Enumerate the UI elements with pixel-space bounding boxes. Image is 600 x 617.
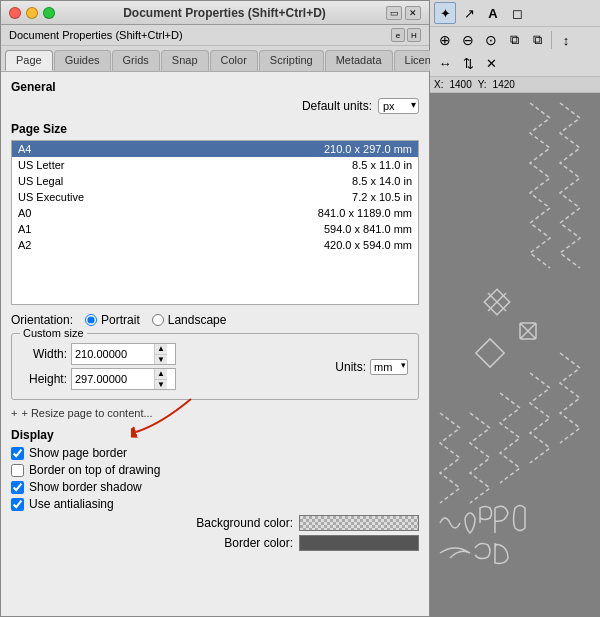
page-size-dim-a1: 594.0 x 841.0 mm [324, 223, 412, 235]
default-units-select[interactable]: px mm cm in [378, 98, 419, 114]
height-input[interactable] [72, 372, 154, 386]
background-color-label: Background color: [196, 516, 293, 530]
default-units-label: Default units: [302, 99, 372, 113]
transform-btn[interactable]: ⇅ [457, 52, 479, 74]
text-tool-btn[interactable]: A [482, 2, 504, 24]
border-on-top-row[interactable]: Border on top of drawing [11, 463, 419, 477]
minimize-button[interactable] [26, 7, 38, 19]
height-label: Height: [22, 372, 67, 386]
custom-size-group: Custom size Width: ▲ ▼ [11, 333, 419, 400]
window-controls[interactable] [9, 7, 55, 19]
landscape-radio[interactable] [152, 314, 164, 326]
show-page-border-checkbox[interactable] [11, 447, 24, 460]
show-page-border-label: Show page border [29, 446, 127, 460]
width-up-arrow[interactable]: ▲ [155, 344, 167, 355]
maximize-button[interactable] [43, 7, 55, 19]
width-spinner[interactable]: ▲ ▼ [71, 343, 176, 365]
paste-btn[interactable]: ⧉ [526, 29, 548, 51]
use-antialiasing-checkbox[interactable] [11, 498, 24, 511]
show-border-shadow-row[interactable]: Show border shadow [11, 480, 419, 494]
page-size-list[interactable]: A4 210.0 x 297.0 mm US Letter 8.5 x 11.0… [11, 140, 419, 305]
tab-scripting[interactable]: Scripting [259, 50, 324, 71]
canvas-area [430, 93, 600, 617]
page-size-dim-usletter: 8.5 x 11.0 in [352, 159, 412, 171]
zoom-out-btn[interactable]: ⊖ [457, 29, 479, 51]
use-antialiasing-label: Use antialiasing [29, 497, 114, 511]
landscape-radio-label[interactable]: Landscape [152, 313, 227, 327]
title-bar: Document Properties (Shift+Ctrl+D) ▭ ✕ [1, 1, 429, 25]
general-title: General [11, 80, 419, 94]
coord-x-value: 1400 [449, 79, 471, 90]
tab-bar: Page Guides Grids Snap Color Scripting M… [1, 46, 429, 72]
page-size-section: Page Size A4 210.0 x 297.0 mm US Letter … [11, 122, 419, 305]
portrait-radio[interactable] [85, 314, 97, 326]
flip-v-btn[interactable]: ↕ [555, 29, 577, 51]
show-border-shadow-checkbox[interactable] [11, 481, 24, 494]
subtitle-bar: Document Properties (Shift+Ctrl+D) e H [1, 25, 429, 46]
display-section: Display Show page border Border on top o… [11, 428, 419, 551]
collapse-icon[interactable]: ▭ [386, 6, 402, 20]
page-size-dim-a4: 210.0 x 297.0 mm [324, 143, 412, 155]
custom-size-legend: Custom size [20, 327, 87, 339]
width-down-arrow[interactable]: ▼ [155, 355, 167, 365]
coord-bar: X: 1400 Y: 1420 [430, 77, 600, 93]
orientation-label: Orientation: [11, 313, 73, 327]
border-color-row: Border color: [11, 535, 419, 551]
page-size-name-a0: A0 [18, 207, 31, 219]
page-size-title: Page Size [11, 122, 419, 136]
page-size-row-a2[interactable]: A2 420.0 x 594.0 mm [12, 237, 418, 253]
border-color-label: Border color: [224, 536, 293, 550]
page-size-name-usletter: US Letter [18, 159, 64, 171]
height-spinner[interactable]: ▲ ▼ [71, 368, 176, 390]
copy-btn[interactable]: ⧉ [503, 29, 525, 51]
help-icon[interactable]: H [407, 28, 421, 42]
tab-page[interactable]: Page [5, 50, 53, 71]
page-size-name-usexec: US Executive [18, 191, 84, 203]
select-tool-btn[interactable]: ✦ [434, 2, 456, 24]
coord-x-label: X: [434, 79, 443, 90]
background-color-row: Background color: [11, 515, 419, 531]
page-size-name-a1: A1 [18, 223, 31, 235]
toolbar-separator [551, 31, 552, 49]
units-row: Units: mm px cm in pt pc [335, 359, 408, 375]
tab-snap[interactable]: Snap [161, 50, 209, 71]
page-size-row-a4[interactable]: A4 210.0 x 297.0 mm [12, 141, 418, 157]
use-antialiasing-row[interactable]: Use antialiasing [11, 497, 419, 511]
show-page-border-row[interactable]: Show page border [11, 446, 419, 460]
resize-page-button[interactable]: + + Resize page to content... [11, 404, 153, 422]
expand-icon[interactable]: ✕ [405, 6, 421, 20]
page-size-row-uslegal[interactable]: US Legal 8.5 x 14.0 in [12, 173, 418, 189]
units-select[interactable]: mm px cm in pt pc [370, 359, 408, 375]
arrow-tool-btn[interactable]: ↗ [458, 2, 480, 24]
tab-grids[interactable]: Grids [112, 50, 160, 71]
page-size-row-usexec[interactable]: US Executive 7.2 x 10.5 in [12, 189, 418, 205]
page-size-name-a2: A2 [18, 239, 31, 251]
page-size-row-a1[interactable]: A1 594.0 x 841.0 mm [12, 221, 418, 237]
border-color-swatch[interactable] [299, 535, 419, 551]
height-row: Height: ▲ ▼ [22, 368, 176, 390]
close-button[interactable] [9, 7, 21, 19]
units-label: Units: [335, 360, 366, 374]
zoom-fit-btn[interactable]: ⊙ [480, 29, 502, 51]
tab-color[interactable]: Color [210, 50, 258, 71]
default-units-wrapper[interactable]: px mm cm in [378, 98, 419, 114]
height-down-arrow[interactable]: ▼ [155, 380, 167, 390]
page-size-row-usletter[interactable]: US Letter 8.5 x 11.0 in [12, 157, 418, 173]
border-on-top-checkbox[interactable] [11, 464, 24, 477]
orientation-row: Orientation: Portrait Landscape [11, 313, 419, 327]
rect-tool-btn[interactable]: ◻ [506, 2, 528, 24]
background-color-swatch[interactable] [299, 515, 419, 531]
resize-label: + Resize page to content... [21, 407, 152, 419]
page-size-row-a0[interactable]: A0 841.0 x 1189.0 mm [12, 205, 418, 221]
flip-h-btn[interactable]: ↔ [434, 52, 456, 74]
units-wrapper[interactable]: mm px cm in pt pc [370, 359, 408, 375]
portrait-radio-label[interactable]: Portrait [85, 313, 140, 327]
height-up-arrow[interactable]: ▲ [155, 369, 167, 380]
tab-guides[interactable]: Guides [54, 50, 111, 71]
width-input[interactable] [72, 347, 154, 361]
ext-icon[interactable]: e [391, 28, 405, 42]
zoom-in-btn[interactable]: ⊕ [434, 29, 456, 51]
page-size-name-a4: A4 [18, 143, 31, 155]
tab-metadata[interactable]: Metadata [325, 50, 393, 71]
delete-btn[interactable]: ✕ [480, 52, 502, 74]
